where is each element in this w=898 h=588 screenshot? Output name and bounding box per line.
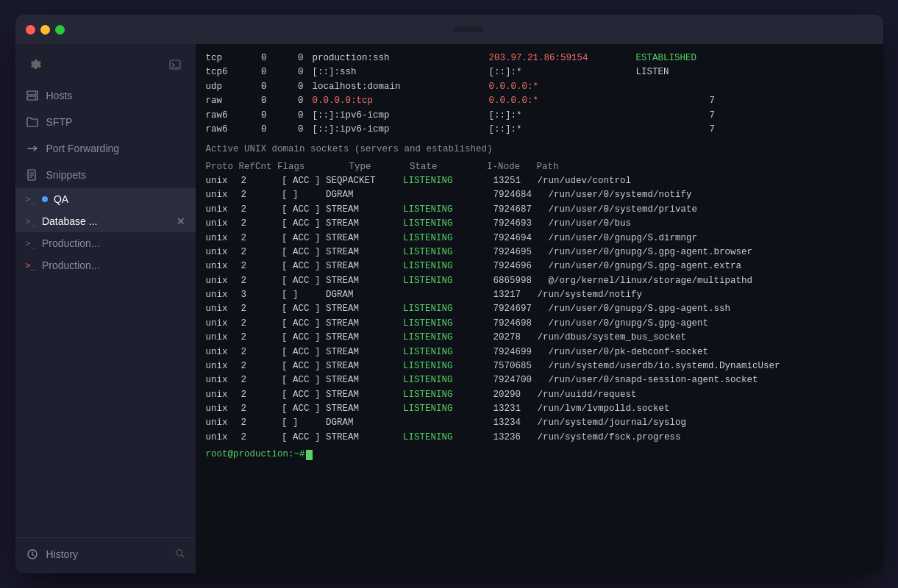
sidebar-item-sftp[interactable]: SFTP [15, 109, 196, 135]
snippets-icon [26, 168, 39, 182]
window-title [454, 26, 483, 32]
session-qa[interactable]: >_ QA [15, 188, 196, 210]
close-button[interactable] [26, 25, 35, 35]
settings-button[interactable] [26, 54, 46, 75]
session-production2[interactable]: >_ Production... [15, 254, 196, 276]
sidebar-item-port-forwarding[interactable]: Port Forwarding [15, 135, 196, 162]
unix-line: unix 2 [ ACC ] STREAM LISTENING 6865998 … [206, 274, 873, 288]
sidebar-item-hosts[interactable]: Hosts [15, 82, 196, 109]
terminal-area[interactable]: tcp 0 0 production:ssh 203.97.21.86:5915… [196, 44, 883, 573]
unix-line: unix 2 [ ACC ] SEQPACKET LISTENING 13251… [206, 174, 873, 188]
title-center [65, 26, 873, 32]
session-production1[interactable]: >_ Production... [15, 232, 196, 254]
terminal-icon [169, 59, 181, 71]
terminal-line: raw 0 0 0.0.0.0:tcp 0.0.0.0:* 7 [206, 94, 873, 108]
unix-line: unix 2 [ ACC ] STREAM LISTENING 7924699 … [206, 345, 873, 359]
unix-line: unix 2 [ ACC ] STREAM LISTENING 7924694 … [206, 232, 873, 245]
sidebar-bottom: History [15, 537, 196, 567]
session-db-close[interactable]: ✕ [177, 216, 185, 226]
unix-line: unix 2 [ ACC ] STREAM LISTENING 7924695 … [206, 245, 873, 259]
session-prod2-label: Production... [42, 259, 185, 271]
svg-point-3 [35, 93, 36, 94]
unix-line: unix 2 [ ] DGRAM 13234 /run/systemd/jour… [206, 416, 873, 430]
session-qa-label: QA [54, 193, 185, 205]
unix-line: unix 2 [ ACC ] STREAM LISTENING 13231 /r… [206, 402, 873, 416]
unix-line: unix 2 [ ] DGRAM 7924684 /run/user/0/sys… [206, 188, 873, 202]
terminal-line: raw6 0 0 [::]:ipv6-icmp [::]:* 7 [206, 109, 873, 123]
terminal-line: tcp6 0 0 [::]:ssh [::]:* LISTEN [206, 65, 873, 79]
unix-line: unix 2 [ ACC ] STREAM LISTENING 7924696 … [206, 259, 873, 273]
new-terminal-button[interactable] [165, 54, 185, 75]
sidebar-item-history[interactable]: History [15, 541, 196, 567]
sftp-icon [26, 115, 39, 129]
sidebar: Hosts SFTP Port Forwarding [15, 44, 196, 573]
unix-line: unix 2 [ ACC ] STREAM LISTENING 7924700 … [206, 373, 873, 387]
session-qa-prefix: >_ [26, 194, 36, 204]
session-db-prefix: >_ [26, 216, 36, 226]
unix-line: unix 2 [ ACC ] STREAM LISTENING 20290 /r… [206, 388, 873, 402]
session-db-label: Database ... [42, 215, 171, 227]
snippets-label: Snippets [46, 169, 185, 181]
app-window: Hosts SFTP Port Forwarding [15, 15, 883, 573]
unix-line: unix 3 [ ] DGRAM 13217 /run/systemd/noti… [206, 288, 873, 302]
session-prod1-label: Production... [42, 237, 185, 249]
maximize-button[interactable] [55, 25, 65, 35]
unix-line: unix 2 [ ACC ] STREAM LISTENING 13236 /r… [206, 431, 873, 445]
gear-icon [30, 59, 42, 71]
sidebar-item-snippets[interactable]: Snippets [15, 162, 196, 188]
sidebar-top-icons [15, 50, 196, 82]
history-search-button[interactable] [175, 548, 185, 561]
cursor [306, 450, 313, 460]
unix-line: unix 2 [ ACC ] STREAM LISTENING 7924687 … [206, 203, 873, 217]
session-qa-dot [42, 196, 48, 202]
unix-section-header: Active UNIX domain sockets (servers and … [206, 140, 873, 159]
terminal-prompt: root@production:~# [206, 448, 873, 462]
unix-line: unix 2 [ ACC ] STREAM LISTENING 7570685 … [206, 359, 873, 373]
title-bar [15, 15, 883, 44]
svg-point-4 [35, 98, 36, 99]
terminal-line: tcp 0 0 production:ssh 203.97.21.86:5915… [206, 51, 873, 65]
terminal-line: udp 0 0 localhost:domain 0.0.0.0:* [206, 80, 873, 94]
hosts-label: Hosts [46, 90, 185, 101]
session-prod2-prefix: >_ [26, 260, 36, 270]
minimize-button[interactable] [40, 25, 50, 35]
port-forwarding-icon [26, 142, 39, 155]
session-database[interactable]: >_ Database ... ✕ [15, 210, 196, 232]
search-icon [175, 548, 185, 559]
unix-line: unix 2 [ ACC ] STREAM LISTENING 7924693 … [206, 217, 873, 231]
main-content: Hosts SFTP Port Forwarding [15, 44, 883, 573]
traffic-lights [26, 25, 65, 35]
port-forwarding-label: Port Forwarding [46, 143, 185, 154]
terminal-line: raw6 0 0 [::]:ipv6-icmp [::]:* 7 [206, 123, 873, 137]
unix-line: unix 2 [ ACC ] STREAM LISTENING 7924698 … [206, 317, 873, 331]
prompt-text: root@production:~# [206, 448, 305, 462]
history-icon [26, 548, 39, 561]
unix-line: unix 2 [ ACC ] STREAM LISTENING 7924697 … [206, 302, 873, 316]
history-label: History [46, 548, 168, 560]
sftp-label: SFTP [46, 116, 185, 128]
session-prod1-prefix: >_ [26, 238, 36, 248]
unix-table-header: Proto RefCnt Flags Type State I-Node Pat… [206, 160, 873, 174]
unix-line: unix 2 [ ACC ] STREAM LISTENING 20278 /r… [206, 331, 873, 345]
hosts-icon [26, 89, 39, 102]
